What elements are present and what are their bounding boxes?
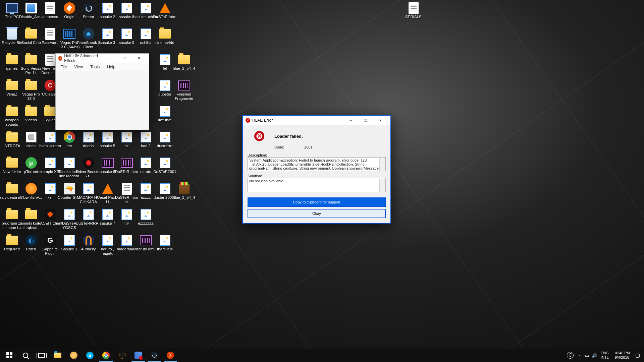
finishedfrag-icon[interactable]: Finished Fragmovie [171, 79, 197, 101]
icon-label: ezzzz [141, 195, 151, 200]
dusterintro-icon[interactable]: DuSTeR Intro [152, 1, 177, 19]
icon-label: Patch [26, 247, 36, 251]
error-sol-text[interactable] [248, 178, 386, 192]
taskbar: S ︿ ▭ 🔊 ENG INTL 10:46 PM 9/4/2018 ▢ [0, 349, 644, 362]
hlae-window[interactable]: Half-Life Advanced Effects ─ ☐ ✕ File Vi… [55, 53, 149, 130]
icon-label: clean [26, 144, 36, 148]
steam-taskbar[interactable] [146, 349, 162, 362]
minimize-button[interactable]: ─ [102, 54, 117, 63]
hlae-icon [58, 56, 62, 61]
icon-label: Sasuke 1 [61, 247, 77, 251]
icon-label: games [6, 66, 18, 71]
icon-label: sasuke 9 [119, 41, 134, 45]
notifications-button[interactable]: ▢ [633, 349, 643, 362]
cinema4dd-icon[interactable]: cinema4dd [152, 27, 177, 45]
winhelp-taskbar[interactable] [130, 349, 146, 362]
clock[interactable]: 10:46 PM 9/4/2018 [611, 351, 633, 360]
icon-label: sasuke 5 [100, 144, 115, 148]
icon-label: dusterrrrr [157, 144, 173, 148]
icon-label: DuSTeR2001 [153, 170, 176, 174]
icon-label: lel [163, 66, 167, 71]
icon-label: SERIALS [405, 15, 422, 19]
icon-label: cinema4dd [155, 41, 174, 45]
chrome-taskbar[interactable] [98, 349, 114, 362]
icon-label: hlae_2_54_4 [173, 195, 195, 200]
explorer-taskbar[interactable] [50, 349, 66, 362]
icon-label: naruto [140, 170, 151, 174]
clock-date: 9/4/2018 [614, 355, 630, 360]
okay-button[interactable]: Okay [248, 209, 386, 218]
error-icon [254, 131, 264, 141]
cookie-taskbar[interactable] [66, 349, 82, 362]
icon-label: µTorrent [24, 170, 38, 174]
hlae-title: Half-Life Advanced Effects [64, 54, 102, 63]
error-header: Loader failed. [274, 134, 303, 139]
people-tray[interactable] [565, 349, 576, 362]
icon-label: doodo [83, 144, 94, 148]
hlae-titlebar[interactable]: Half-Life Advanced Effects ─ ☐ ✕ [56, 54, 149, 63]
icon-label: Required [4, 247, 20, 251]
icon-label: autoexec [42, 15, 58, 19]
error-sol-label: Solution: [248, 174, 386, 178]
maximize-button[interactable]: ☐ [117, 54, 131, 63]
close-button[interactable]: ✕ [131, 54, 146, 63]
icon-label: Videos [25, 118, 37, 122]
error-desc-text[interactable] [248, 157, 386, 171]
error-minimize-button[interactable]: ─ [343, 116, 358, 125]
lang-primary: ENG [601, 351, 609, 355]
shield-taskbar[interactable] [114, 349, 130, 362]
system-tray: ︿ ▭ 🔊 ENG INTL 10:46 PM 9/4/2018 ▢ [565, 349, 643, 362]
hlae-menubar: File View Tools Help [56, 63, 149, 71]
icon-label: xzr [48, 195, 53, 200]
icon-label: dubster [158, 92, 171, 97]
skype-taskbar[interactable]: S [82, 349, 98, 362]
likethat-icon[interactable]: like that [152, 105, 177, 122]
menu-view[interactable]: View [71, 64, 86, 70]
icon-label: Finished Fragmovie [171, 92, 197, 101]
menu-help[interactable]: Help [104, 64, 119, 70]
duster2001img-icon[interactable]: DuSTeR2001 [152, 156, 177, 174]
tray-network-icon[interactable]: ▭ [583, 353, 591, 358]
icon-label: there it is [157, 247, 173, 251]
ezzzzzzz-icon[interactable]: ezzzzzzz [133, 208, 158, 226]
lang-secondary: INTL [601, 355, 609, 360]
error-titlebar[interactable]: HLAE Error ─ ☐ ✕ [243, 116, 390, 125]
icon-label: try [124, 221, 129, 226]
icon-label: DuSTeR Intro [153, 15, 176, 19]
error-code-value: 2001 [304, 145, 312, 149]
error-title: HLAE Error [252, 118, 273, 123]
search-button[interactable] [17, 349, 34, 362]
thereitis-icon[interactable]: there it is [152, 234, 177, 251]
error-maximize-button[interactable]: ☐ [358, 116, 373, 125]
error-desc-label: Description: [248, 153, 386, 157]
icon-label: VenuZ [6, 92, 17, 97]
hlae-body [56, 71, 149, 130]
serials-icon[interactable]: SERIALS [401, 1, 426, 19]
copy-clipboard-button[interactable]: Copy to clipboard for support [248, 197, 386, 207]
icon-label: ezzzzzzz [138, 221, 154, 226]
hlae-error-dialog[interactable]: HLAE Error ─ ☐ ✕ Loader failed. Code: 20… [242, 115, 391, 224]
icon-label: Ryuga [45, 118, 56, 122]
menu-file[interactable]: File [57, 64, 70, 70]
icon-label: like that [158, 118, 172, 122]
hlaerar-icon[interactable]: hlae_2_54_4 [171, 182, 197, 200]
menu-tools[interactable]: Tools [87, 64, 103, 70]
icon-label: uchiha [140, 41, 152, 45]
icon-label: Password [42, 41, 59, 45]
icon-label: ez [124, 144, 128, 148]
taskview-button[interactable] [34, 349, 50, 362]
error-code-label: Code: [274, 145, 284, 149]
language-indicator[interactable]: ENG INTL [598, 351, 611, 360]
dusterrrrr-icon[interactable]: dusterrrrr [152, 130, 177, 148]
icon-label: sasuke 7 [100, 221, 115, 226]
error-close-button[interactable]: ✕ [373, 116, 388, 125]
hlae-taskbar[interactable] [162, 349, 178, 362]
tray-volume-icon[interactable]: 🔊 [591, 353, 598, 358]
icon-label: sasuke 3 [100, 41, 115, 45]
icon-label: Steam [83, 15, 94, 19]
icon-label: hlae_2_54_4 [173, 66, 195, 71]
icon-label: dre [66, 144, 72, 148]
start-button[interactable] [1, 349, 17, 362]
tray-chevron-icon[interactable]: ︿ [576, 352, 583, 358]
hlaefolder-icon[interactable]: hlae_2_54_4 [171, 53, 197, 71]
